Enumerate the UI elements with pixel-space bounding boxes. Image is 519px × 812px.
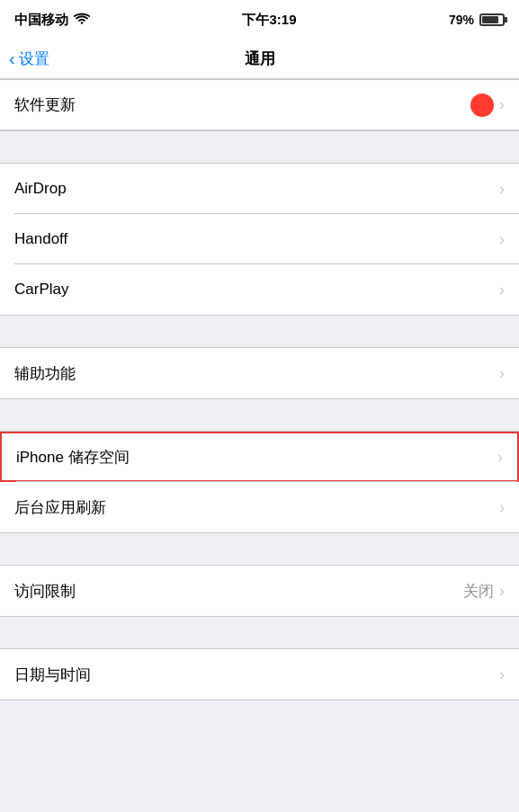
background-refresh-chevron: › [499, 498, 505, 517]
accessibility-right: › [499, 364, 505, 383]
gap-3 [0, 399, 519, 431]
battery-percent: 79% [449, 13, 474, 27]
iphone-storage-row[interactable]: iPhone 储存空间 › [0, 432, 519, 482]
date-time-right: › [499, 665, 505, 684]
gap-1 [0, 131, 519, 163]
status-bar-time: 下午3:19 [242, 12, 296, 29]
carplay-chevron: › [499, 281, 505, 299]
airdrop-chevron: › [499, 180, 505, 199]
carplay-row[interactable]: CarPlay › [0, 264, 519, 315]
iphone-storage-chevron: › [497, 448, 503, 467]
restrictions-row[interactable]: 访问限制 关闭 › [0, 566, 519, 616]
background-refresh-label: 后台应用刷新 [14, 497, 106, 518]
software-update-right: › [470, 94, 505, 117]
update-badge [470, 94, 494, 117]
back-label: 设置 [19, 49, 49, 69]
handoff-row[interactable]: Handoff › [0, 214, 519, 264]
software-update-label: 软件更新 [14, 94, 76, 115]
date-time-row[interactable]: 日期与时间 › [0, 649, 519, 700]
date-time-chevron: › [499, 665, 505, 684]
restrictions-value: 关闭 [463, 581, 494, 602]
group-connectivity: AirDrop › Handoff › CarPlay › [0, 163, 519, 316]
software-update-row[interactable]: 软件更新 › [0, 80, 519, 130]
settings-content: 软件更新 › AirDrop › Handoff › CarPlay › [0, 79, 519, 812]
software-update-group: 软件更新 › [0, 79, 519, 131]
iphone-storage-label: iPhone 储存空间 [16, 447, 130, 468]
gap-4 [0, 533, 519, 565]
battery-icon [479, 13, 505, 26]
wifi-icon [74, 13, 90, 28]
group-storage: iPhone 储存空间 › 后台应用刷新 › [0, 431, 519, 533]
nav-bar: ‹ 设置 通用 [0, 40, 519, 79]
carrier-label: 中国移动 [14, 12, 68, 29]
group-restrictions: 访问限制 关闭 › [0, 565, 519, 617]
accessibility-chevron: › [499, 364, 505, 383]
back-button[interactable]: ‹ 设置 [9, 49, 49, 69]
restrictions-label: 访问限制 [14, 581, 76, 602]
airdrop-row[interactable]: AirDrop › [0, 164, 519, 214]
status-bar: 中国移动 下午3:19 79% [0, 0, 519, 40]
restrictions-right: 关闭 › [463, 581, 505, 602]
background-refresh-row[interactable]: 后台应用刷新 › [0, 482, 519, 532]
carplay-right: › [499, 281, 505, 299]
date-time-label: 日期与时间 [14, 665, 91, 685]
group-date-time: 日期与时间 › [0, 648, 519, 700]
handoff-label: Handoff [14, 230, 67, 248]
handoff-chevron: › [499, 230, 505, 249]
airdrop-label: AirDrop [14, 180, 67, 198]
handoff-right: › [499, 230, 505, 249]
restrictions-chevron: › [499, 582, 505, 601]
status-bar-left: 中国移动 [14, 12, 90, 29]
group-accessibility: 辅助功能 › [0, 347, 519, 399]
gap-5 [0, 617, 519, 648]
software-update-chevron: › [499, 95, 505, 114]
carplay-label: CarPlay [14, 281, 68, 299]
background-refresh-right: › [499, 498, 505, 517]
back-chevron-icon: ‹ [9, 49, 15, 67]
iphone-storage-right: › [497, 448, 503, 467]
status-bar-right: 79% [449, 13, 505, 27]
airdrop-right: › [499, 180, 505, 199]
accessibility-row[interactable]: 辅助功能 › [0, 348, 519, 398]
accessibility-label: 辅助功能 [14, 363, 76, 384]
nav-title: 通用 [245, 49, 275, 69]
gap-2 [0, 316, 519, 347]
